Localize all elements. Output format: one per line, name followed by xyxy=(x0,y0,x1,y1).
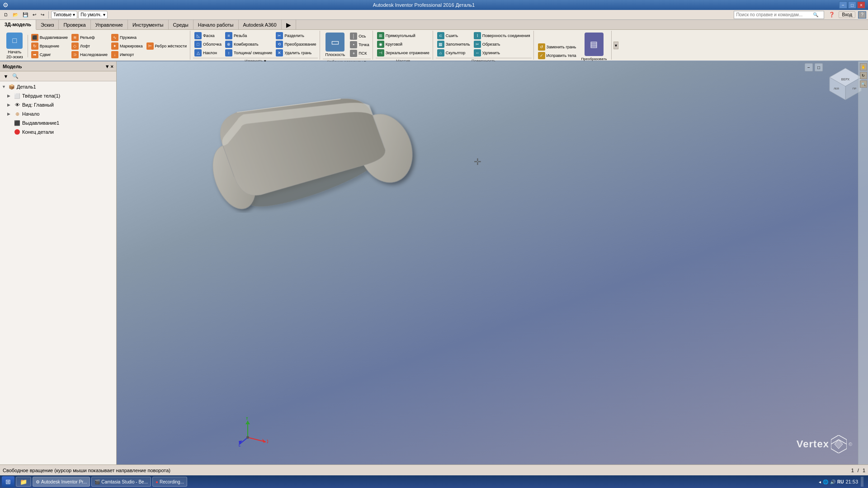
circ-array-button[interactable]: ◉ Круговой xyxy=(376,40,431,48)
taskbar-camtasia-button[interactable]: 🎬 Camtasia Studio - Be... xyxy=(91,477,151,487)
surface-join-button[interactable]: ⌇ Поверхность соединения xyxy=(472,32,532,40)
split-button[interactable]: ✂ Разделить xyxy=(274,32,317,40)
tab-eskiz[interactable]: Эскиз xyxy=(36,20,59,29)
sidebar-title: Модель xyxy=(3,64,22,69)
axis-button[interactable]: │ Ось xyxy=(349,32,370,40)
search-icon[interactable]: 🔍 xyxy=(813,12,818,17)
taskbar-recording-button[interactable]: ● Recording... xyxy=(152,477,187,487)
sidebar-close-icon[interactable]: × xyxy=(111,64,113,69)
start-sketch-button[interactable]: □ Начать2D-эскиз xyxy=(4,32,26,61)
tab-tools[interactable]: Инструменты xyxy=(128,20,169,29)
undo-button[interactable]: ↩ xyxy=(31,12,38,18)
search-container: 🔍 xyxy=(734,11,824,19)
combine-button[interactable]: ⊕ Комбировать xyxy=(224,40,274,48)
tree-item-end-detail[interactable]: Конец детали xyxy=(0,127,116,136)
filter-icon[interactable]: ▼ xyxy=(2,73,10,80)
viewport-maximize-btn[interactable]: □ xyxy=(815,63,823,71)
shell-button[interactable]: □ Оболочка xyxy=(193,40,223,48)
trim-button[interactable]: ✂ Обрезать xyxy=(472,40,532,48)
extend-button[interactable]: ↔ Удлинить xyxy=(472,49,532,57)
fill-button[interactable]: ▦ Заполнитель xyxy=(436,40,472,48)
zoom-tool-button[interactable]: 🔍 xyxy=(860,80,867,88)
title-bar-left: ⚙ xyxy=(3,1,9,9)
tree-item-solid-bodies[interactable]: ▶ ⬜ Твёрдые тела(1) xyxy=(0,91,116,100)
tree-item-view-main[interactable]: ▶ 👁 Вид: Главный xyxy=(0,100,116,109)
tree-toggle-origin[interactable]: ▶ xyxy=(7,112,14,116)
point-button[interactable]: • Точка xyxy=(349,41,370,49)
tab-check[interactable]: Проверка xyxy=(59,20,90,29)
loft-button[interactable]: ◇ Лофт xyxy=(70,42,109,50)
draft-button[interactable]: △ Наклон xyxy=(193,49,223,57)
lang-indicator[interactable]: RU xyxy=(837,479,844,484)
orbit-tool-button[interactable]: ↻ xyxy=(860,72,867,79)
fix-bodies-button[interactable]: ✓ Исправить тела xyxy=(537,52,578,60)
delete-face-button[interactable]: ✕ Удалить грань xyxy=(274,49,317,57)
viewport-minimize-btn[interactable]: − xyxy=(805,63,813,71)
close-button[interactable]: × xyxy=(857,1,865,9)
search-tree-icon[interactable]: 🔍 xyxy=(11,73,19,80)
sidebar-dropdown-icon[interactable]: ▼ xyxy=(105,64,110,69)
ucs-button[interactable]: ⌖ ПСК xyxy=(349,49,370,57)
mirror-button[interactable]: ⊣ Зеркальное отражение xyxy=(376,49,431,57)
extrude-button[interactable]: ⬛ Выдавливание xyxy=(30,33,69,42)
rect-array-button[interactable]: ⊞ Прямоугольный xyxy=(376,32,431,40)
3d-viewport[interactable]: ВЕРХ ПР ЛЕВ − □ ✋ ↻ 🔍 xyxy=(117,61,868,465)
sculpt-button[interactable]: ⌂ Скульптор xyxy=(436,49,472,57)
import-button[interactable]: ↓ Импорт xyxy=(110,51,144,59)
redo-button[interactable]: ↪ xyxy=(39,12,46,18)
ribbon-group-array-buttons: ⊞ Прямоугольный ◉ Круговой ⊣ Зеркальное … xyxy=(376,32,431,57)
minimize-button[interactable]: − xyxy=(839,1,847,9)
spring-button[interactable]: ∿ Пружина xyxy=(110,33,144,42)
tab-manage[interactable]: Управление xyxy=(91,20,128,29)
save-button[interactable]: 💾 xyxy=(21,12,30,18)
tree-toggle-view[interactable]: ▶ xyxy=(7,103,14,107)
network-icon: 🌐 xyxy=(823,479,828,484)
tree-item-origin[interactable]: ▶ ⊕ Начало xyxy=(0,109,116,118)
tree-item-extrude1[interactable]: ⬛ Выдавливание1 xyxy=(0,118,116,127)
start-button[interactable]: ⊞ xyxy=(2,476,14,487)
derive-button[interactable]: ⊃ Наследование xyxy=(70,51,109,59)
tree-item-detail1[interactable]: ▼ 📦 Деталь1 xyxy=(0,82,116,91)
tab-a360[interactable]: Autodesk A360 xyxy=(239,20,282,29)
sidebar-header: Модель ▼ × xyxy=(0,61,116,71)
tab-extra[interactable]: ▶ xyxy=(282,20,296,29)
taskbar-inventor-button[interactable]: ⚙ Autodesk Inventor Pr... xyxy=(33,477,90,487)
chamfer-button[interactable]: ◺ Фаска xyxy=(193,32,223,40)
sweep-button[interactable]: ➡ Сдвиг xyxy=(30,51,69,59)
help-button[interactable]: ❓ xyxy=(829,12,835,18)
tree-icon-extrude1: ⬛ xyxy=(14,119,21,127)
login-button[interactable]: Вход xyxy=(839,11,855,18)
tab-3d-model[interactable]: 3Д-модель xyxy=(0,20,36,30)
open-file-button[interactable]: 📂 xyxy=(11,12,20,18)
status-separator: / xyxy=(858,468,859,473)
tree-toggle-solid[interactable]: ▶ xyxy=(7,94,14,98)
help-icon-button[interactable]: ? xyxy=(858,11,866,19)
show-desktop-button[interactable] xyxy=(861,477,863,487)
taskbar-recording-label: Recording... xyxy=(160,479,184,484)
maximize-button[interactable]: □ xyxy=(848,1,856,9)
pan-tool-button[interactable]: ✋ xyxy=(860,63,867,70)
rib-button[interactable]: ⊢ Ребро жёсткости xyxy=(145,42,189,50)
transform-button[interactable]: ⟲ Преобразование xyxy=(274,40,317,48)
rotate-button[interactable]: ↻ Вращение xyxy=(30,42,69,50)
emboss-button[interactable]: ≋ Рельеф xyxy=(70,33,109,42)
plane-button[interactable]: ▭ Плоскость xyxy=(323,32,348,58)
taskbar-arrow[interactable]: ◂ xyxy=(819,479,821,484)
display-preset-dropdown[interactable]: По умолч. ▾ xyxy=(78,11,107,19)
new-file-button[interactable]: 🗋 xyxy=(2,12,10,18)
search-input[interactable] xyxy=(736,12,813,17)
tab-environments[interactable]: Среды xyxy=(169,20,193,29)
ribbon-collapse-area: ▾ xyxy=(613,31,619,60)
stitch-button[interactable]: ⊂ Сшить xyxy=(436,32,472,40)
mark-button[interactable]: ✦ Маркировка xyxy=(110,42,144,50)
volume-icon[interactable]: 🔊 xyxy=(830,479,835,484)
tree-toggle-detail1[interactable]: ▼ xyxy=(2,84,8,89)
tab-start[interactable]: Начало работы xyxy=(193,20,239,29)
svg-text:Z: Z xyxy=(239,442,241,446)
thickness-button[interactable]: ↕ Толщина/ смещение xyxy=(224,49,274,57)
thread-button[interactable]: ≡ Резьба xyxy=(224,32,274,40)
taskbar-explorer-button[interactable]: 📁 xyxy=(16,477,31,487)
replace-face-button[interactable]: ↺ Заменить грань xyxy=(537,43,578,51)
view-preset-dropdown[interactable]: Типовые ▾ xyxy=(51,11,77,19)
ribbon-collapse-button[interactable]: ▾ xyxy=(613,42,618,49)
